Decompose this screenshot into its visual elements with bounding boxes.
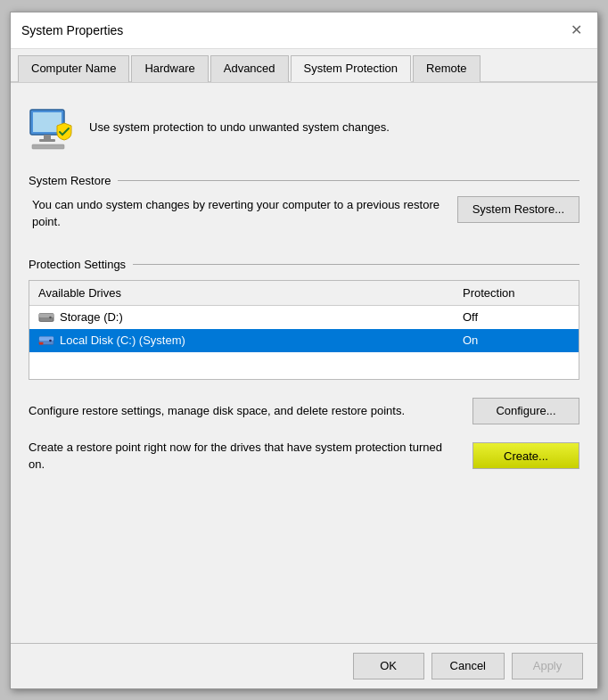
configure-action-row: Configure restore settings, manage disk … <box>29 398 579 424</box>
info-banner-text: Use system protection to undo unwanted s… <box>89 119 390 136</box>
tab-remote[interactable]: Remote <box>413 55 481 82</box>
system-restore-desc: You can undo system changes by reverting… <box>32 196 443 231</box>
system-protection-icon <box>29 106 77 151</box>
protection-status: Off <box>463 310 570 324</box>
table-header: Available Drives Protection <box>29 281 579 306</box>
create-desc: Create a restore point right now for the… <box>29 439 458 474</box>
cancel-button[interactable]: Cancel <box>431 653 505 679</box>
dialog-footer: OK Cancel Apply <box>11 643 597 688</box>
bottom-actions: Configure restore settings, manage disk … <box>29 398 579 474</box>
system-restore-section-title: System Restore <box>29 174 579 187</box>
info-banner: Use system protection to undo unwanted s… <box>29 97 579 165</box>
tab-computer-name[interactable]: Computer Name <box>18 55 129 82</box>
configure-desc: Configure restore settings, manage disk … <box>29 402 458 420</box>
protection-table: Available Drives Protection Storage (D:)… <box>29 280 579 380</box>
drive-name: Storage (D:) <box>60 310 123 324</box>
close-button[interactable]: ✕ <box>565 20 587 41</box>
col-drive-header: Available Drives <box>38 286 463 300</box>
svg-point-7 <box>49 316 52 318</box>
system-restore-body: You can undo system changes by reverting… <box>29 196 579 231</box>
tab-hardware[interactable]: Hardware <box>131 55 208 82</box>
section-divider-2 <box>133 264 579 265</box>
tab-bar: Computer Name Hardware Advanced System P… <box>11 49 597 83</box>
svg-point-10 <box>49 339 52 342</box>
protection-settings-label: Protection Settings <box>29 258 126 271</box>
table-row[interactable]: Local Disk (C:) (System) On <box>29 329 579 352</box>
hdd-icon <box>38 309 54 325</box>
svg-rect-9 <box>39 336 53 341</box>
system-properties-dialog: System Properties ✕ Computer Name Hardwa… <box>10 12 598 689</box>
system-restore-button[interactable]: System Restore... <box>457 196 579 223</box>
system-drive-icon <box>38 333 54 349</box>
svg-rect-6 <box>39 313 53 317</box>
drive-name: Local Disk (C:) (System) <box>60 334 185 347</box>
col-protection-header: Protection <box>463 286 570 300</box>
tab-advanced[interactable]: Advanced <box>210 55 289 82</box>
title-bar: System Properties ✕ <box>11 12 597 49</box>
table-row[interactable]: Storage (D:) Off <box>29 306 579 329</box>
ok-button[interactable]: OK <box>353 653 424 679</box>
window-title: System Properties <box>21 23 123 37</box>
protection-status: On <box>463 334 570 347</box>
table-empty-space <box>29 352 579 379</box>
system-restore-label: System Restore <box>29 174 111 187</box>
section-divider <box>118 180 579 181</box>
tab-content: Use system protection to undo unwanted s… <box>11 83 597 643</box>
create-button[interactable]: Create... <box>472 442 579 469</box>
tab-system-protection[interactable]: System Protection <box>291 55 412 82</box>
configure-button[interactable]: Configure... <box>472 398 579 424</box>
create-action-row: Create a restore point right now for the… <box>29 439 579 474</box>
svg-rect-2 <box>44 135 51 139</box>
svg-rect-3 <box>39 139 55 142</box>
apply-button[interactable]: Apply <box>512 653 583 679</box>
svg-rect-11 <box>39 342 44 344</box>
protection-settings-section-title: Protection Settings <box>29 258 579 271</box>
svg-rect-4 <box>32 144 64 149</box>
